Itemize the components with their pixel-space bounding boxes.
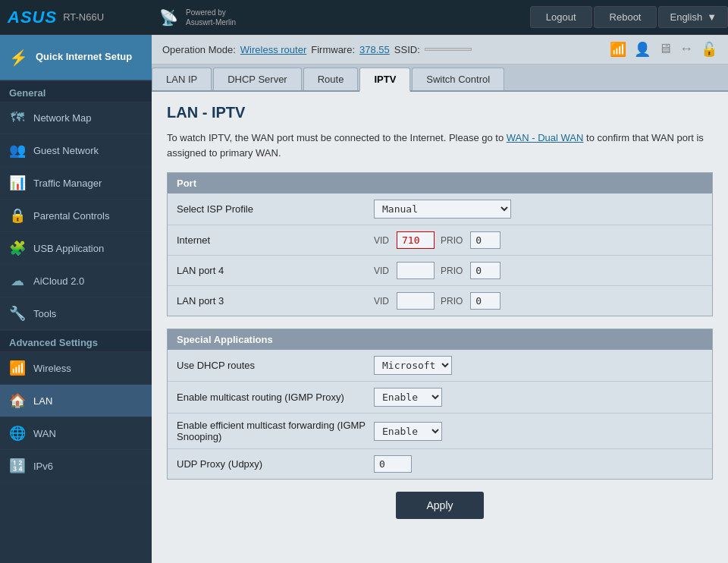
sidebar-item-guest-network-label: Guest Network [33,145,99,156]
internet-row: Internet VID PRIO [168,225,712,256]
usb-application-icon: 🧩 [9,240,26,256]
firmware-link[interactable]: 378.55 [359,44,390,55]
special-section: Special Applications Use DHCP routes Mic… [167,329,713,480]
udp-proxy-row: UDP Proxy (Udpxy) [168,449,712,479]
lan4-vid-input[interactable] [397,262,435,279]
lan3-vid-input[interactable] [397,292,435,310]
igmp-proxy-controls: Enable Disable [374,388,703,407]
igmp-snooping-label: Enable efficient multicast forwarding (I… [177,420,374,442]
operation-mode-link[interactable]: Wireless router [240,44,306,55]
language-label: English [670,11,702,23]
internet-label: Internet [177,234,374,246]
ssid-label: SSID: [394,44,420,55]
lan4-controls: VID PRIO [374,262,703,279]
dhcp-routes-select[interactable]: Microsoft No Strict [374,356,452,375]
sidebar-item-wan-label: WAN [33,428,56,439]
share-icon: ↔ [679,41,693,58]
firmware-label: Firmware: [311,44,355,55]
apply-button[interactable]: Apply [396,492,483,519]
chevron-down-icon: ▼ [707,11,717,23]
traffic-manager-icon: 📊 [9,175,26,191]
tab-dhcp-server[interactable]: DHCP Server [213,68,302,90]
sidebar-item-wan[interactable]: 🌐 WAN [0,417,152,450]
logout-button[interactable]: Logout [530,6,592,28]
sidebar-item-aicloud-label: AiCloud 2.0 [33,275,84,287]
igmp-proxy-select[interactable]: Enable Disable [374,388,442,407]
header-buttons: Logout Reboot English ▼ [530,6,728,28]
page-title: LAN - IPTV [167,104,713,121]
udp-proxy-input[interactable] [374,455,412,473]
igmp-snooping-controls: Enable Disable [374,422,703,441]
sidebar-item-wireless[interactable]: 📶 Wireless [0,352,152,385]
udp-proxy-controls [374,455,703,473]
wireless-icon: 📶 [9,360,26,376]
tools-icon: 🔧 [9,305,26,322]
lan3-vid-label: VID [374,296,389,307]
isp-profile-row: Select ISP Profile Manual None Russia (M… [168,193,712,225]
lan4-prio-input[interactable] [470,262,500,279]
quick-setup-icon: ⚡ [9,49,28,67]
isp-profile-label: Select ISP Profile [177,203,374,215]
tab-lan-ip[interactable]: LAN IP [152,68,212,90]
lan3-prio-input[interactable] [470,292,500,310]
screen-icon: 🖥 [658,41,672,58]
header: ASUS RT-N66U 📡 Powered by Asuswrt-Merlin… [0,0,728,35]
top-bar: Operation Mode: Wireless router Firmware… [152,35,728,64]
sidebar-item-wireless-label: Wireless [33,363,71,374]
internet-vid-label: VID [374,235,389,246]
isp-profile-controls: Manual None Russia (MTS) Russia (Rostele… [374,200,703,219]
special-section-body: Use DHCP routes Microsoft No Strict Enab… [168,350,712,479]
reboot-button[interactable]: Reboot [594,6,657,28]
sidebar-item-network-map[interactable]: 🗺 Network Map [0,102,152,134]
parental-controls-icon: 🔒 [9,207,26,224]
lock-icon: 🔓 [701,41,717,58]
sidebar-item-aicloud[interactable]: ☁ AiCloud 2.0 [0,265,152,297]
logo-area: ASUS RT-N66U [0,8,152,27]
tab-route[interactable]: Route [303,68,359,90]
general-section-header: General [0,80,152,102]
wan-dual-wan-link[interactable]: WAN - Dual WAN [507,132,584,143]
main-layout: ⚡ Quick Internet Setup General 🗺 Network… [0,35,728,563]
port-section: Port Select ISP Profile Manual None Russ… [167,172,713,316]
igmp-proxy-row: Enable multicast routing (IGMP Proxy) En… [168,382,712,414]
igmp-snooping-select[interactable]: Enable Disable [374,422,442,441]
lan-icon: 🏠 [9,392,26,409]
quick-setup-label: Quick Internet Setup [36,51,132,64]
lan3-controls: VID PRIO [374,292,703,310]
model-name: RT-N66U [63,11,104,23]
ssid-value [425,48,472,51]
sidebar-item-lan[interactable]: 🏠 LAN [0,385,152,417]
sidebar-item-tools[interactable]: 🔧 Tools [0,297,152,330]
lan3-prio-label: PRIO [441,296,463,307]
dhcp-routes-controls: Microsoft No Strict [374,356,703,375]
sidebar-item-usb-application[interactable]: 🧩 USB Application [0,232,152,265]
sidebar-item-parental-controls[interactable]: 🔒 Parental Controls [0,200,152,232]
sidebar-item-ipv6[interactable]: 🔢 IPv6 [0,450,152,483]
powered-by: Powered by Asuswrt-Merlin [186,8,236,27]
tab-iptv[interactable]: IPTV [359,68,410,92]
status-icons: 📶 👤 🖥 ↔ 🔓 [610,41,717,58]
sidebar-item-guest-network[interactable]: 👥 Guest Network [0,134,152,167]
guest-network-icon: 👥 [9,142,26,159]
main-content: Operation Mode: Wireless router Firmware… [152,35,728,563]
tab-switch-control[interactable]: Switch Control [412,68,504,90]
igmp-proxy-label: Enable multicast routing (IGMP Proxy) [177,392,374,403]
internet-prio-input[interactable] [470,231,500,249]
lan4-prio-label: PRIO [441,266,463,276]
user-icon: 👤 [634,41,651,58]
isp-profile-select[interactable]: Manual None Russia (MTS) Russia (Rostele… [374,200,511,219]
sidebar-item-ipv6-label: IPv6 [33,461,53,472]
sidebar-item-traffic-manager[interactable]: 📊 Traffic Manager [0,167,152,200]
aicloud-icon: ☁ [9,272,26,289]
internet-vid-input[interactable] [397,231,435,249]
router-icon: 📡 [159,8,178,27]
ipv6-icon: 🔢 [9,458,26,474]
quick-internet-setup[interactable]: ⚡ Quick Internet Setup [0,35,152,80]
dhcp-routes-label: Use DHCP routes [177,360,374,371]
language-button[interactable]: English ▼ [658,6,728,28]
sidebar-item-parental-controls-label: Parental Controls [33,210,109,222]
lan3-row: LAN port 3 VID PRIO [168,286,712,316]
operation-mode-label: Operation Mode: [162,44,236,55]
lan4-label: LAN port 4 [177,265,374,276]
sidebar-item-usb-application-label: USB Application [33,243,104,254]
